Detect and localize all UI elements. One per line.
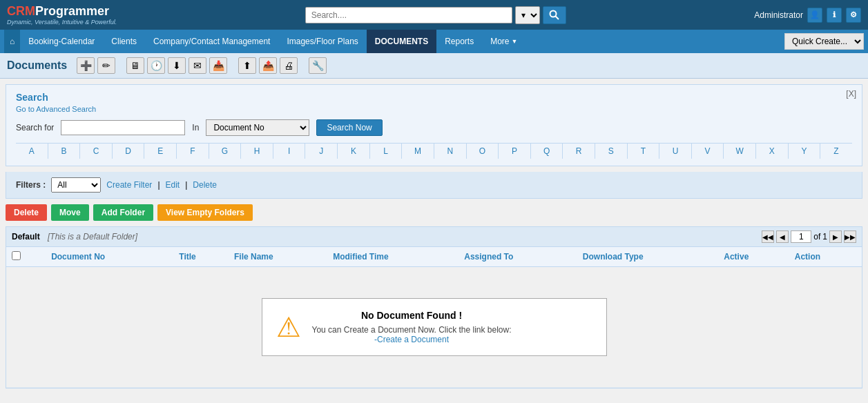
alpha-B[interactable]: B [48, 144, 81, 159]
alpha-S[interactable]: S [595, 144, 628, 159]
alpha-Q[interactable]: Q [531, 144, 563, 159]
col-active[interactable]: Active [718, 247, 789, 267]
page-total: 1 [822, 232, 827, 242]
alpha-D[interactable]: D [113, 144, 145, 159]
add-folder-button[interactable]: Add Folder [93, 204, 153, 221]
alpha-H[interactable]: H [241, 144, 273, 159]
alpha-V[interactable]: V [692, 144, 724, 159]
import-button[interactable]: 📥 [209, 57, 227, 74]
settings-button[interactable]: ⚙ [846, 8, 861, 23]
table-header: Document No Title File Name Modified Tim… [6, 247, 862, 267]
edit-button[interactable]: ✏ [97, 57, 115, 74]
alpha-G[interactable]: G [209, 144, 242, 159]
alpha-P[interactable]: P [499, 144, 531, 159]
alpha-J[interactable]: J [305, 144, 338, 159]
mail-button[interactable]: ✉ [189, 57, 206, 74]
search-row: Search for In Document No Title File Nam… [16, 119, 852, 136]
alpha-K[interactable]: K [338, 144, 370, 159]
move-button[interactable]: Move [51, 204, 89, 221]
nav-images-floor-plans[interactable]: Images/Floor Plans [278, 30, 366, 53]
alpha-Z[interactable]: Z [820, 144, 852, 159]
alpha-Y[interactable]: Y [789, 144, 821, 159]
download-button[interactable]: ⬇ [168, 57, 186, 74]
quick-create-select[interactable]: Quick Create... [784, 33, 864, 50]
nav-booking-calendar[interactable]: Booking-Calendar [20, 30, 103, 53]
nav-documents[interactable]: DOCUMENTS [367, 30, 436, 53]
nav-reports[interactable]: Reports [436, 30, 482, 53]
alpha-I[interactable]: I [273, 144, 306, 159]
print-button[interactable]: 🖨 [280, 57, 298, 74]
help-button[interactable]: ℹ [827, 8, 842, 23]
alpha-N[interactable]: N [434, 144, 467, 159]
edit-filter-link[interactable]: Edit [166, 180, 180, 190]
alpha-F[interactable]: F [177, 144, 209, 159]
filters-bar: Filters : All Active Inactive Create Fil… [6, 172, 862, 199]
view-button[interactable]: 🖥 [126, 57, 144, 74]
global-search-button[interactable] [543, 6, 566, 24]
logo-text: CRMProgrammer [7, 4, 117, 19]
col-document-no[interactable]: Document No [46, 247, 173, 267]
search-for-input[interactable] [61, 120, 185, 135]
create-filter-link[interactable]: Create Filter [106, 180, 152, 190]
nav-more[interactable]: More ▼ [482, 30, 525, 53]
alpha-C[interactable]: C [80, 144, 113, 159]
next-page-button[interactable]: ▶ [829, 230, 842, 243]
search-panel: [X] Search Go to Advanced Search Search … [6, 84, 862, 166]
alpha-W[interactable]: W [724, 144, 756, 159]
logo-programmer: Programmer [35, 4, 109, 18]
col-download-type[interactable]: Download Type [577, 247, 718, 267]
empty-state: ⚠ No Document Found ! You can Create a D… [262, 298, 607, 356]
search-close[interactable]: [X] [846, 89, 856, 99]
search-panel-title: Search [16, 92, 852, 103]
global-search-dropdown[interactable]: ▾ [515, 6, 540, 24]
view-empty-folders-button[interactable]: View Empty Folders [157, 204, 253, 221]
tools-button[interactable]: 🔧 [309, 57, 327, 74]
alpha-A[interactable]: A [16, 144, 48, 159]
col-file-name[interactable]: File Name [229, 247, 327, 267]
alpha-L[interactable]: L [370, 144, 403, 159]
prev-page-button[interactable]: ◀ [776, 230, 789, 243]
alpha-M[interactable]: M [402, 144, 434, 159]
search-now-button[interactable]: Search Now [316, 119, 382, 136]
alpha-O[interactable]: O [467, 144, 499, 159]
table-area: Default [This is a Default Folder] ◀◀ ◀ … [6, 226, 862, 389]
history-button[interactable]: 🕐 [147, 57, 165, 74]
filter-separator-1: | [157, 180, 160, 190]
alpha-T[interactable]: T [628, 144, 660, 159]
col-assigned-to[interactable]: Assigned To [459, 247, 577, 267]
col-checkbox [6, 247, 46, 267]
page-title: Documents [7, 59, 67, 72]
first-page-button[interactable]: ◀◀ [762, 230, 774, 243]
alpha-U[interactable]: U [659, 144, 692, 159]
action-buttons: Delete Move Add Folder View Empty Folder… [0, 199, 868, 226]
filters-select[interactable]: All Active Inactive [51, 177, 101, 193]
search-in-select[interactable]: Document No Title File Name Assigned To [206, 119, 309, 136]
page-number-input[interactable]: 1 [791, 230, 811, 243]
col-modified-time[interactable]: Modified Time [327, 247, 459, 267]
alpha-X[interactable]: X [756, 144, 789, 159]
upload-button[interactable]: ⬆ [238, 57, 256, 74]
alpha-E[interactable]: E [144, 144, 177, 159]
nav-home[interactable]: ⌂ [4, 30, 20, 53]
col-title[interactable]: Title [173, 247, 229, 267]
search-for-label: Search for [16, 123, 54, 132]
user-profile-button[interactable]: 👤 [807, 8, 822, 23]
nav-bar: ⌂ Booking-Calendar Clients Company/Conta… [0, 30, 868, 53]
folder-name: Default [12, 232, 40, 242]
export-button[interactable]: 📤 [259, 57, 277, 74]
alpha-R[interactable]: R [563, 144, 595, 159]
add-button[interactable]: ➕ [77, 57, 95, 74]
global-search-input[interactable] [305, 7, 512, 23]
user-area: Administrator 👤 ℹ ⚙ [754, 8, 861, 23]
delete-button[interactable]: Delete [6, 204, 47, 221]
create-document-link[interactable]: -Create a Document [374, 335, 449, 344]
last-page-button[interactable]: ▶▶ [844, 230, 856, 243]
select-all-checkbox[interactable] [12, 251, 21, 260]
advanced-search-link[interactable]: Go to Advanced Search [16, 105, 96, 113]
empty-state-description: You can Create a Document Now. Click the… [312, 325, 512, 335]
delete-filter-link[interactable]: Delete [193, 180, 217, 190]
nav-company-contact[interactable]: Company/Contact Management [145, 30, 278, 53]
nav-clients[interactable]: Clients [103, 30, 145, 53]
col-action[interactable]: Action [789, 247, 862, 267]
global-search-bar: ▾ [305, 6, 566, 24]
